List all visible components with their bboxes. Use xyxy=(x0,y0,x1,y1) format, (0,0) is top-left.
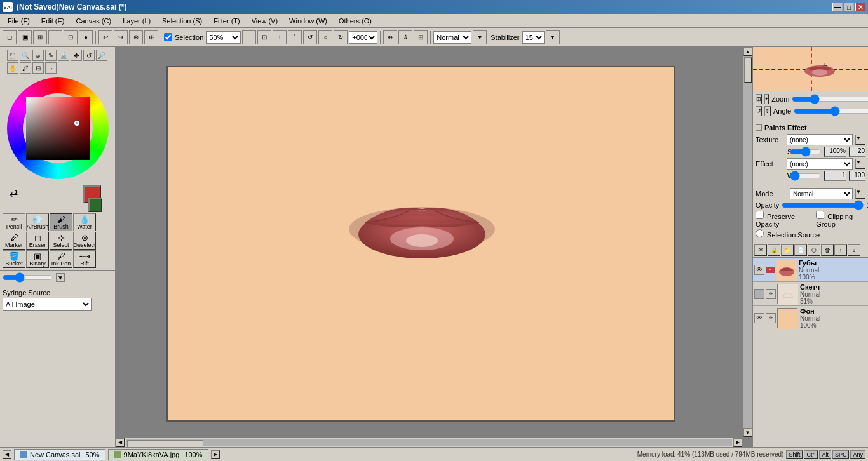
color-square[interactable] xyxy=(26,97,90,160)
layer-lock-fon[interactable]: ✏ xyxy=(766,313,776,323)
zoom-slider[interactable] xyxy=(792,97,868,102)
airbrush-tool[interactable]: 💨AirBrush xyxy=(26,213,49,231)
toolbar-action1[interactable]: ⊗ xyxy=(129,30,143,44)
eyedropper2-btn[interactable]: 🖊 xyxy=(20,62,31,74)
flip-v[interactable]: ⇕ xyxy=(398,30,412,44)
binary-tool[interactable]: ▣Binary xyxy=(26,250,49,268)
zoom-dec[interactable]: − xyxy=(242,30,256,44)
selection-tool-btn[interactable]: ⬚ xyxy=(7,50,18,61)
blend-mode-select[interactable]: Normal xyxy=(433,31,471,44)
magic-wand-btn[interactable]: ⌀ xyxy=(32,50,44,61)
bucket-tool[interactable]: 🪣Bucket xyxy=(3,250,25,268)
deselect-tool[interactable]: ⊗Deselect xyxy=(73,232,96,250)
statusbar-scroll-left[interactable]: ◀ xyxy=(3,450,11,459)
menu-canvas[interactable]: Canvas (C) xyxy=(71,16,117,26)
stabilizer-arrow[interactable]: ▼ xyxy=(546,30,560,44)
layer-item-sketch[interactable]: ✏ Скетч Normal 31% xyxy=(753,282,868,306)
menu-file[interactable]: File (F) xyxy=(3,16,35,26)
layer-new-folder-btn[interactable]: 📁 xyxy=(781,244,794,256)
selection-source-radio[interactable] xyxy=(756,229,764,237)
layer-item-guby[interactable]: 👁 − Губы Normal 100% xyxy=(753,258,868,282)
zoom-select[interactable]: 50% xyxy=(206,31,241,44)
rift-tool[interactable]: ⟿Rift xyxy=(73,250,96,268)
minimize-button[interactable]: — xyxy=(832,3,843,11)
menu-filter[interactable]: Filter (T) xyxy=(208,16,245,26)
color-wheel[interactable] xyxy=(7,77,109,179)
fill-btn[interactable]: ⊡ xyxy=(32,62,44,74)
flip-h[interactable]: ⇔ xyxy=(383,30,397,44)
rotate-tool-btn[interactable]: ↺ xyxy=(83,50,95,61)
scale-slider[interactable] xyxy=(790,149,822,154)
layer-eye-sketch[interactable] xyxy=(754,289,764,299)
width-slider[interactable] xyxy=(790,173,822,178)
layer-lock-sketch[interactable]: ✏ xyxy=(766,289,776,299)
stabilizer-select[interactable]: 15 xyxy=(522,31,545,44)
scroll-down-btn[interactable]: ▼ xyxy=(743,428,752,437)
scroll-up-btn[interactable]: ▲ xyxy=(743,47,752,56)
scrollbar-h[interactable]: ◀ ▶ xyxy=(116,437,742,447)
layer-eye-guby[interactable]: 👁 xyxy=(754,265,764,275)
paints-effect-collapse[interactable]: − xyxy=(756,124,762,131)
zoom-inc[interactable]: + xyxy=(273,30,287,44)
layer-eye-fon[interactable]: 👁 xyxy=(754,313,764,323)
move-tool-btn[interactable]: ✥ xyxy=(71,50,82,61)
layer-move-up-btn[interactable]: ↑ xyxy=(834,244,847,256)
arrow-right-btn[interactable]: → xyxy=(45,62,57,74)
rotate-cw[interactable]: ↻ xyxy=(334,30,348,44)
scrollbar-v[interactable]: ▲ ▼ xyxy=(742,47,752,437)
lasso-tool-btn[interactable]: 🔍 xyxy=(20,50,31,61)
layer-delete-btn[interactable]: 🗑 xyxy=(821,244,834,256)
background-color[interactable] xyxy=(88,198,102,212)
toolbar-action2[interactable]: ⊕ xyxy=(144,30,158,44)
scroll-left-btn[interactable]: ◀ xyxy=(116,438,125,447)
effect-select[interactable]: (none) xyxy=(787,158,853,170)
rotate-ccw[interactable]: ↺ xyxy=(303,30,317,44)
nav-zoom-dec[interactable]: + xyxy=(764,94,769,104)
layer-move-down-btn[interactable]: ↓ xyxy=(848,244,860,256)
select-tool[interactable]: ⊹Select xyxy=(50,232,72,250)
grid-toggle[interactable]: ⊞ xyxy=(414,30,428,44)
maximize-button[interactable]: □ xyxy=(844,3,854,11)
scroll-track-h[interactable] xyxy=(126,439,732,446)
eyedropper-btn[interactable]: 🔬 xyxy=(58,50,69,61)
toolbar-shape1[interactable]: ◻ xyxy=(3,30,17,44)
hand-tool-btn[interactable]: ✋ xyxy=(7,62,18,74)
statusbar-scroll-right[interactable]: ▶ xyxy=(211,450,220,459)
scroll-right-btn[interactable]: ▶ xyxy=(733,438,742,447)
menu-view[interactable]: View (V) xyxy=(247,16,283,26)
layer-blend-btn[interactable]: ⬡ xyxy=(808,244,820,256)
zoom-100[interactable]: 1 xyxy=(288,30,302,44)
texture-select[interactable]: (none) xyxy=(787,134,853,145)
status-tab-canvas[interactable]: New Canvas.sai 50% xyxy=(14,449,105,460)
menu-edit[interactable]: Edit (E) xyxy=(36,16,70,26)
toolbar-shape4[interactable]: ⋯ xyxy=(48,30,62,44)
toolbar-shape6[interactable]: ● xyxy=(79,30,93,44)
close-button[interactable]: ✕ xyxy=(855,3,865,11)
texture-btn[interactable]: ▼ xyxy=(855,135,865,145)
undo-button[interactable]: ↩ xyxy=(98,30,112,44)
titlebar-controls[interactable]: — □ ✕ xyxy=(832,3,865,11)
size-expand-btn[interactable]: ▼ xyxy=(56,273,65,282)
scroll-thumb-h[interactable] xyxy=(127,440,203,448)
menu-layer[interactable]: Layer (L) xyxy=(118,16,156,26)
rotate-reset[interactable]: ○ xyxy=(318,30,332,44)
menu-others[interactable]: Others (O) xyxy=(334,16,377,26)
blend-mode-arrow[interactable]: ▼ xyxy=(473,30,487,44)
menu-window[interactable]: Window (W) xyxy=(284,16,332,26)
layer-visibility-btn[interactable]: 👁 xyxy=(754,244,767,256)
status-tab-ref[interactable]: 9MaYKi8kaVA.jpg 100% xyxy=(108,449,208,460)
rotation-select[interactable]: +000° xyxy=(349,31,377,44)
redo-button[interactable]: ↪ xyxy=(114,30,128,44)
brush-tool[interactable]: 🖌Brush xyxy=(50,213,72,231)
eraser-tool[interactable]: ◻Eraser xyxy=(26,232,49,250)
drawing-canvas[interactable] xyxy=(166,66,675,422)
scroll-track-v[interactable] xyxy=(743,56,752,428)
selection-checkbox[interactable] xyxy=(164,33,172,41)
toolbar-shape2[interactable]: ▣ xyxy=(18,30,32,44)
swap-colors-icon[interactable]: ⇄ xyxy=(10,187,18,199)
effect-btn[interactable]: ▼ xyxy=(855,159,865,169)
marker-tool[interactable]: 🖊Marker xyxy=(3,232,25,250)
layer-item-fon[interactable]: 👁 ✏ Фон Normal 100% xyxy=(753,306,868,330)
angle-slider[interactable] xyxy=(794,109,868,114)
inkpen-tool[interactable]: 🖋Ink Pen xyxy=(50,250,72,268)
